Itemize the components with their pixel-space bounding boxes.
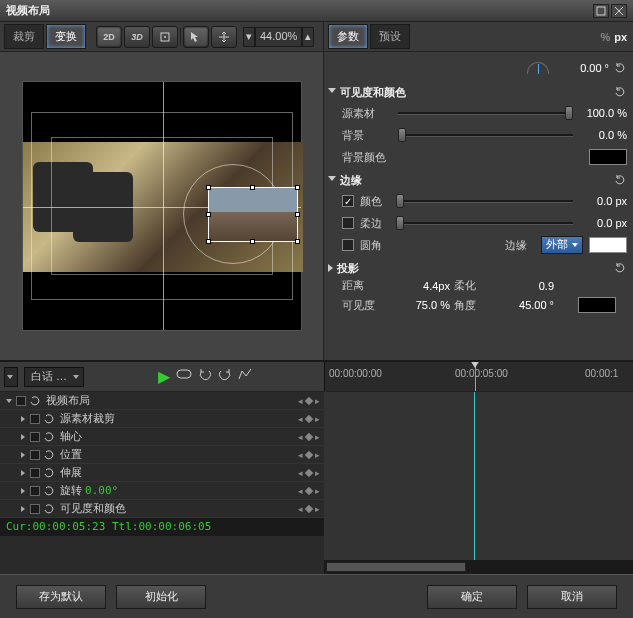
slider-source[interactable] [398, 106, 573, 120]
track-menu-button[interactable] [4, 367, 18, 387]
reset-track-button[interactable] [42, 412, 56, 426]
value-distance[interactable]: 4.4px [394, 280, 450, 292]
preview-area[interactable] [0, 52, 323, 360]
reset-track-button[interactable] [42, 430, 56, 444]
expand-icon[interactable] [21, 470, 25, 476]
maximize-button[interactable] [593, 4, 609, 18]
zoom-down-button[interactable]: ▾ [243, 27, 255, 47]
keyframe-diamond-icon[interactable] [305, 414, 313, 422]
slider-soft[interactable] [396, 216, 573, 230]
mode-2d-button[interactable]: 2D [96, 26, 122, 48]
track-row-position[interactable]: 位置 ◂▸ [0, 446, 324, 464]
ok-button[interactable]: 确定 [427, 585, 517, 609]
reset-track-button[interactable] [42, 448, 56, 462]
slider-background[interactable] [398, 128, 573, 142]
track-row-scale[interactable]: 伸展 ◂▸ [0, 464, 324, 482]
expand-icon[interactable] [21, 488, 25, 494]
value-background[interactable]: 0.0 % [579, 129, 627, 141]
section-toggle-edge[interactable] [328, 176, 336, 185]
unit-pixel[interactable]: px [614, 31, 627, 43]
timeline-ruler[interactable]: 00:00:00:00 00:00:05:00 00:00:1 [324, 362, 633, 391]
track-row-root[interactable]: 视频布局 ◂▸ [0, 392, 324, 410]
reset-edge-button[interactable] [613, 173, 627, 187]
value-shadow-angle[interactable]: 45.00 ° [498, 299, 554, 311]
keyframe-toggle[interactable] [16, 396, 26, 406]
reset-track-button[interactable] [42, 484, 56, 498]
unit-percent[interactable]: % [600, 31, 610, 43]
swatch-edge-color[interactable] [589, 237, 627, 253]
keyframe-diamond-icon[interactable] [305, 396, 313, 404]
close-button[interactable] [611, 4, 627, 18]
reset-angle-button[interactable] [613, 61, 627, 75]
loop-button[interactable] [176, 367, 192, 386]
keyframe-toggle[interactable] [30, 414, 40, 424]
keyframe-diamond-icon[interactable] [305, 486, 313, 494]
slider-color[interactable] [396, 194, 573, 208]
play-button[interactable]: ▶ [158, 367, 170, 386]
handle-bl[interactable] [206, 239, 211, 244]
mode-3d-button[interactable]: 3D [124, 26, 150, 48]
tab-parameters[interactable]: 参数 [328, 24, 368, 49]
track-row-src-crop[interactable]: 源素材裁剪 ◂▸ [0, 410, 324, 428]
checkbox-color[interactable] [342, 195, 354, 207]
value-color[interactable]: 0.0 px [579, 195, 627, 207]
keyframe-toggle[interactable] [30, 504, 40, 514]
zoom-up-button[interactable]: ▴ [302, 27, 314, 47]
undo-button[interactable] [198, 367, 212, 386]
track-row-axis[interactable]: 轴心 ◂▸ [0, 428, 324, 446]
handle-tm[interactable] [250, 185, 255, 190]
expand-icon[interactable] [21, 416, 25, 422]
expand-icon[interactable] [21, 506, 25, 512]
keyframe-diamond-icon[interactable] [305, 432, 313, 440]
keyframe-diamond-icon[interactable] [305, 468, 313, 476]
angle-value[interactable]: 0.00 ° [561, 62, 609, 74]
timeline-tracks-area[interactable] [324, 392, 633, 574]
track-row-viscolor[interactable]: 可见度和颜色 ◂▸ [0, 500, 324, 518]
keyframe-toggle[interactable] [30, 450, 40, 460]
tool-pan-icon[interactable] [211, 26, 237, 48]
value-softness[interactable]: 0.9 [498, 280, 554, 292]
tab-crop[interactable]: 裁剪 [4, 24, 44, 49]
initialize-button[interactable]: 初始化 [116, 585, 206, 609]
expand-icon[interactable] [21, 452, 25, 458]
keyframe-toggle[interactable] [30, 432, 40, 442]
tab-transform[interactable]: 变换 [46, 24, 86, 49]
section-toggle-shadow[interactable] [328, 264, 333, 272]
playhead-line[interactable] [474, 392, 475, 574]
expand-icon[interactable] [21, 434, 25, 440]
cancel-button[interactable]: 取消 [527, 585, 617, 609]
keyframe-diamond-icon[interactable] [305, 504, 313, 512]
value-source[interactable]: 100.0 % [579, 107, 627, 119]
reset-track-button[interactable] [42, 502, 56, 516]
keyframe-diamond-icon[interactable] [305, 450, 313, 458]
preview-canvas[interactable] [22, 81, 302, 331]
redo-button[interactable] [218, 367, 232, 386]
pip-clip[interactable] [208, 187, 298, 242]
reset-shadow-button[interactable] [613, 261, 627, 275]
playhead[interactable] [475, 362, 476, 391]
combo-edgepos[interactable]: 外部 [541, 236, 583, 254]
handle-ml[interactable] [206, 212, 211, 217]
save-default-button[interactable]: 存为默认 [16, 585, 106, 609]
handle-tr[interactable] [295, 185, 300, 190]
tool-crop-icon[interactable] [152, 26, 178, 48]
value-soft[interactable]: 0.0 px [579, 217, 627, 229]
handle-br[interactable] [295, 239, 300, 244]
zoom-value[interactable]: 44.00% [255, 27, 302, 47]
tool-arrow-icon[interactable] [183, 26, 209, 48]
handle-mr[interactable] [295, 212, 300, 217]
preset-select[interactable]: 白话 … [24, 367, 84, 387]
section-toggle-visibility[interactable] [328, 88, 336, 97]
swatch-bgcolor[interactable] [589, 149, 627, 165]
reset-visibility-button[interactable] [613, 85, 627, 99]
reset-track-button[interactable] [28, 394, 42, 408]
checkbox-soft[interactable] [342, 217, 354, 229]
unit-toggle[interactable]: % px [600, 31, 633, 43]
keyframe-toggle[interactable] [30, 468, 40, 478]
tab-presets[interactable]: 预设 [370, 24, 410, 49]
horizontal-scrollbar[interactable] [326, 562, 466, 572]
track-row-rotation[interactable]: 旋转 0.00° ◂▸ [0, 482, 324, 500]
expand-icon[interactable] [6, 399, 12, 403]
checkbox-round[interactable] [342, 239, 354, 251]
handle-tl[interactable] [206, 185, 211, 190]
